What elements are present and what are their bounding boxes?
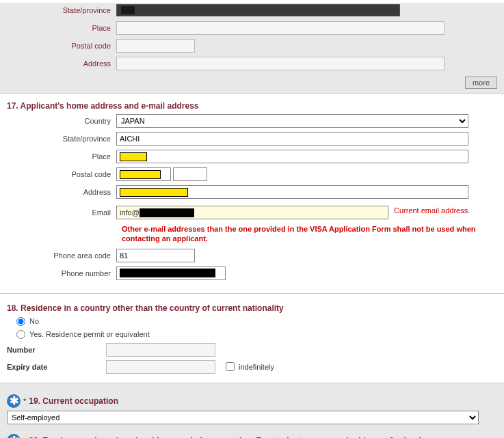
email-input[interactable]: info@ <box>116 206 388 219</box>
residence-no-label: No <box>29 317 39 325</box>
postal-code-input[interactable] <box>116 39 195 53</box>
prior-address-section: State/province Place Postal code Address… <box>0 3 504 93</box>
required-asterisk-icon: ✱ <box>7 394 21 408</box>
email-prefix-text: info@ <box>120 208 140 217</box>
occupation-select[interactable]: Self-employed <box>7 411 479 424</box>
address-input[interactable] <box>116 57 445 70</box>
phone-number-label: Phone number <box>7 269 116 277</box>
state-province-label-17: State/province <box>7 135 116 143</box>
state-province-dark-field[interactable] <box>116 4 400 16</box>
country-label: Country <box>7 117 116 125</box>
section-20-heading: 20. Employer and employer's address and … <box>29 436 421 438</box>
country-select[interactable]: JAPAN <box>116 114 468 128</box>
indefinitely-checkbox[interactable] <box>226 362 235 371</box>
residence-yes-label: Yes. Residence permit or equivalent <box>29 330 150 338</box>
section-19-20: ✱ * 19. Current occupation Self-employed… <box>0 383 504 438</box>
redacted-postal <box>120 170 161 179</box>
keyboard-icon <box>121 6 135 14</box>
permit-expiry-label: Expiry date <box>7 363 106 371</box>
section-17-heading: 17. Applicant's home address and e-mail … <box>7 101 497 111</box>
email-note-text: Other e-mail addresses than the one prov… <box>122 224 498 244</box>
permit-number-label: Number <box>7 346 106 354</box>
redacted-phone <box>120 269 215 277</box>
redacted-address <box>120 188 188 197</box>
section-18-heading: 18. Residence in a country other than th… <box>7 303 497 313</box>
place-label: Place <box>7 24 116 32</box>
postal-code-label-17: Postal code <box>7 170 116 178</box>
redacted-place <box>120 152 147 161</box>
residence-yes-radio[interactable] <box>16 330 25 339</box>
section-18: 18. Residence in a country other than th… <box>0 297 504 383</box>
required-asterisk-icon-20: ✱ <box>7 434 21 438</box>
section-19-heading: 19. Current occupation <box>29 396 118 406</box>
address-label-17: Address <box>7 188 116 196</box>
postal-code-label: Postal code <box>7 42 116 50</box>
state-province-input-17[interactable] <box>116 132 468 146</box>
area-code-input[interactable] <box>116 249 195 262</box>
place-input[interactable] <box>116 21 445 35</box>
email-label: Email <box>7 208 116 217</box>
permit-number-input[interactable] <box>106 343 215 357</box>
indefinitely-label: indefinitely <box>239 363 274 371</box>
email-hint-text: Current email address. <box>394 206 470 215</box>
state-province-label: State/province <box>7 6 116 14</box>
required-star: * <box>23 397 26 405</box>
separator <box>0 293 504 294</box>
more-button[interactable]: more <box>465 77 497 89</box>
address-input-17[interactable] <box>116 185 468 199</box>
phone-number-input[interactable] <box>116 266 226 280</box>
place-label-17: Place <box>7 152 116 161</box>
address-label: Address <box>7 59 116 68</box>
residence-no-radio[interactable] <box>16 317 25 326</box>
place-input-17[interactable] <box>116 150 468 163</box>
section-17: 17. Applicant's home address and e-mail … <box>0 93 504 290</box>
area-code-label: Phone area code <box>7 251 116 260</box>
permit-expiry-input[interactable] <box>106 360 215 374</box>
postal-code-input-17[interactable] <box>116 167 171 181</box>
postal-code-input-17b[interactable] <box>173 167 207 181</box>
redacted-email-domain <box>140 208 194 217</box>
